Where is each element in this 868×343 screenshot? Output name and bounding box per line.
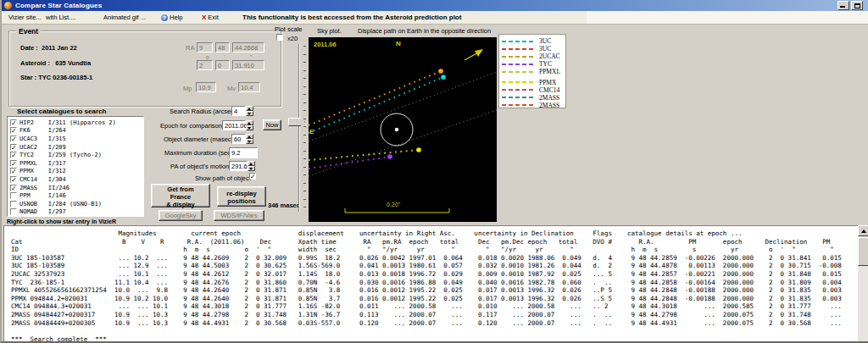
slider-tick [303, 54, 306, 55]
catalogue-checkbox[interactable]: ✓ [10, 144, 17, 151]
slider-tick [303, 207, 306, 207]
duration-input[interactable]: 9.2 [229, 147, 258, 158]
catalogue-item[interactable]: ✓FK6 I/264 [10, 127, 143, 136]
epoch-spinner[interactable] [246, 120, 253, 130]
catalogue-checkbox[interactable] [10, 192, 17, 199]
sky-plot-subcaption: Displace path on Earth in the opposite d… [358, 27, 491, 35]
catalogue-listbox[interactable]: ✓HIP2 I/311 (Hipparcos 2)✓FK6 I/264✓UCAC… [7, 116, 144, 217]
spin-down[interactable] [246, 111, 253, 116]
slider-tick [303, 183, 306, 184]
dec-sec-unit: " [250, 54, 252, 60]
slider-tick [303, 151, 306, 152]
catalogue-item-label: UCAC3 I/315 [19, 136, 66, 142]
dec-degrees-field[interactable]: 2 [197, 60, 213, 70]
mp-field[interactable]: 10.9 [196, 82, 216, 92]
ra-minutes-field[interactable]: 48 [215, 42, 230, 53]
catalogue-item[interactable]: ✓HIP2 I/311 (Hipparcos 2) [10, 119, 143, 127]
restore-button[interactable] [851, 1, 863, 10]
mv-field[interactable]: 10.4 [238, 82, 260, 92]
slider-tick [303, 46, 306, 47]
googlesky-button[interactable]: GoogleSky [159, 210, 203, 221]
sky-plot[interactable]: 2011.06 N E 0.20" [309, 37, 497, 222]
catalogue-checkbox[interactable]: ✓ [10, 152, 17, 158]
star-value: TYC 0236-00185-1 [38, 74, 92, 81]
menu-animated-gif[interactable]: Animated gif ... [103, 14, 146, 21]
diameter-input[interactable]: 60 [231, 134, 246, 144]
catalogue-checkbox[interactable]: ✓ [10, 176, 17, 183]
catalogue-checkbox[interactable]: ✓ [10, 119, 17, 126]
zoom-slider-track[interactable] [298, 44, 300, 212]
catalogue-item[interactable]: ✓PPMX I/312 [10, 168, 143, 176]
results-table[interactable]: Magnitudes current epoch displacement un… [3, 225, 858, 343]
x20-checkbox[interactable] [276, 34, 283, 41]
star-position-ppmx [416, 147, 421, 152]
pa-input[interactable]: 291.6 [229, 161, 248, 171]
catalogue-legend: 3UC3UC2UCACTYCPPMXLPPMXCMC142MASS2MASS [498, 34, 566, 108]
slider-tick [303, 70, 306, 71]
star-position-3uc [441, 75, 446, 80]
spin-down[interactable] [246, 125, 253, 130]
slider-tick [303, 142, 306, 143]
legend-label: PPMX [539, 79, 556, 86]
catalogue-checkbox[interactable] [10, 201, 17, 207]
menu-help[interactable]: ? Help [161, 14, 182, 21]
zoom-slider-thumb[interactable] [288, 118, 305, 126]
get-from-france-button[interactable]: Get from France & display [151, 184, 210, 207]
ra-label: RA [186, 44, 194, 52]
title-bar[interactable]: Compare Star Catalogues [2, 0, 868, 11]
scroll-up-button[interactable] [858, 225, 868, 236]
up-arrow-icon [248, 136, 251, 138]
catalogue-item[interactable]: ✓TYC2 I/259 (Tycho-2) [10, 151, 143, 159]
catalogue-item[interactable]: USNOB I/284 (USNO-B1) [10, 200, 143, 208]
button-line: France [152, 193, 209, 201]
scrollbar-thumb[interactable] [858, 237, 868, 266]
ra-seconds-field[interactable]: 44.2668 [232, 42, 264, 53]
menu-exit[interactable]: X Exit [202, 14, 219, 21]
pa-spinner[interactable] [248, 161, 255, 171]
diameter-spinner[interactable] [246, 134, 253, 144]
catalogue-checkbox[interactable]: ✓ [10, 136, 17, 142]
catalogue-item[interactable]: ✓UCAC2 I/289 [10, 143, 143, 152]
star-trail-3uc [309, 77, 443, 133]
legend-item: 2MASS [502, 102, 565, 109]
catalogue-item-label: HIP2 I/311 (Hipparcos 2) [19, 119, 116, 126]
wds-if-vars-button[interactable]: WDS/IF/Vars [214, 210, 264, 221]
results-table-text[interactable]: Magnitudes current epoch displacement un… [11, 230, 842, 343]
redisplay-positions-button[interactable]: re-display positions [217, 186, 266, 207]
dec-minutes-field[interactable]: 0 [215, 60, 230, 70]
event-star: Star : TYC 0236-00185-1 [20, 74, 92, 81]
now-button[interactable]: Now [263, 119, 281, 130]
catalogue-checkbox[interactable]: ✓ [10, 127, 17, 134]
date-value: 2011 Jan 22 [42, 44, 77, 52]
ra-hours-field[interactable]: 9 [197, 42, 213, 53]
search-radius-spinner[interactable] [246, 106, 253, 116]
catalogue-item[interactable]: ✓CMC14 I/304 [10, 175, 143, 184]
catalogue-item-label: CMC14 I/304 [19, 176, 66, 183]
search-radius-input[interactable]: 4 [231, 106, 246, 116]
epoch-input[interactable]: 2011.06 [222, 120, 246, 130]
catalogue-checkbox[interactable]: ✓ [10, 160, 17, 167]
catalogue-item[interactable]: ✓PPMXL I/317 [10, 159, 143, 168]
catalogue-item[interactable]: PPM I/146 [10, 191, 143, 200]
window-title: Compare Star Catalogues [15, 2, 102, 9]
catalogue-item-label: 2MASS II/246 [19, 185, 70, 191]
minimize-button[interactable] [837, 1, 849, 10]
catalogue-item[interactable]: ✓2MASS II/246 [10, 184, 143, 192]
menu-vizier-site[interactable]: Vizier site... [8, 14, 42, 21]
menu-with-list[interactable]: with List.... [46, 14, 75, 21]
catalogue-checkbox[interactable]: ✓ [10, 168, 17, 174]
app-window: Compare Star Catalogues Vizier site... w… [0, 0, 868, 343]
legend-swatch [502, 71, 536, 73]
minimize-icon [840, 6, 845, 8]
spin-down[interactable] [248, 166, 255, 171]
date-label: Date : [20, 44, 38, 52]
catalogue-item[interactable]: ✓UCAC3 I/315 [10, 135, 143, 143]
catalogue-item[interactable]: NOMAD I/297 [10, 208, 143, 217]
catalogue-checkbox[interactable] [10, 208, 17, 215]
dec-seconds-field[interactable]: 31.910 [232, 60, 264, 70]
catalogue-checkbox[interactable]: ✓ [10, 185, 17, 191]
show-path-checkbox[interactable]: ✓ [249, 173, 256, 180]
notice-text: This functionality is best accessed from… [242, 14, 461, 21]
table-scrollbar[interactable] [858, 225, 868, 343]
spin-down[interactable] [246, 139, 253, 144]
